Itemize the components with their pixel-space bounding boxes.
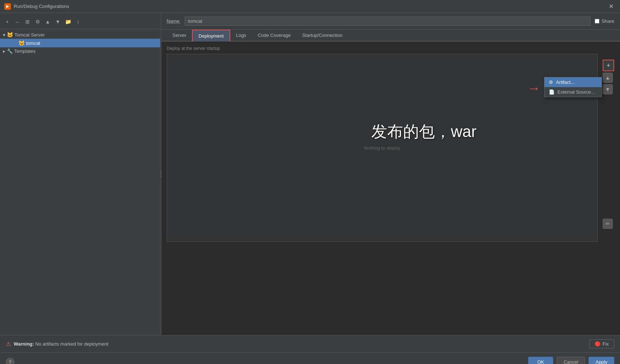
resize-dot <box>161 176 162 177</box>
share-checkbox[interactable] <box>595 19 599 23</box>
tomcat-item-icon: 🐱 <box>18 40 25 46</box>
app-icon: ▶ <box>4 3 11 10</box>
resize-dot <box>161 174 162 175</box>
share-row: Share <box>595 18 614 24</box>
copy-config-button[interactable]: ⊞ <box>23 17 32 26</box>
scroll-up-button[interactable]: ▲ <box>603 73 613 83</box>
tab-deployment[interactable]: Deployment <box>192 30 230 42</box>
tomcat-server-label: Tomcat Server <box>14 32 45 38</box>
warning-icon: ⚠ <box>6 341 11 347</box>
resize-handle[interactable] <box>160 13 162 335</box>
sidebar: + – ⊞ ⚙ ▲ ▼ 📁 ↕ ▾ 🐱 Tomcat Server 🐱 tomc… <box>0 13 161 335</box>
external-source-icon: 📄 <box>549 89 555 95</box>
move-up-button[interactable]: ▲ <box>43 17 52 26</box>
fix-label: Fix <box>603 341 609 347</box>
remove-config-button[interactable]: – <box>13 17 22 26</box>
edit-artifact-button[interactable]: ✏ <box>603 219 613 229</box>
sidebar-toolbar: + – ⊞ ⚙ ▲ ▼ 📁 ↕ <box>0 16 161 29</box>
sort-button[interactable]: ↕ <box>74 17 82 26</box>
tab-logs[interactable]: Logs <box>230 30 252 41</box>
sidebar-item-tomcat[interactable]: 🐱 tomcat <box>0 39 161 47</box>
dropdown-menu: ⚙ Artifact... 📄 External Source... <box>544 77 602 97</box>
tomcat-server-icon: 🐱 <box>7 32 13 38</box>
help-button[interactable]: ? <box>6 358 14 364</box>
warning-bold: Warning: <box>14 341 34 347</box>
chevron-right-icon: ▸ <box>3 48 5 54</box>
folder-button[interactable]: 📁 <box>64 17 72 26</box>
chevron-down-icon: ▾ <box>3 32 5 38</box>
dropdown-item-artifact[interactable]: ⚙ Artifact... <box>544 77 602 87</box>
name-label: Name: <box>167 18 180 24</box>
resize-dot <box>161 171 162 172</box>
main-container: + – ⊞ ⚙ ▲ ▼ 📁 ↕ ▾ 🐱 Tomcat Server 🐱 tomc… <box>0 13 620 335</box>
warning-bar: ⚠ Warning: No artifacts marked for deplo… <box>0 335 620 352</box>
templates-label: Templates <box>14 48 35 54</box>
title-bar-left: ▶ Run/Debug Configurations <box>4 3 69 10</box>
warning-text: Warning: No artifacts marked for deploym… <box>14 341 108 347</box>
title-text: Run/Debug Configurations <box>14 4 69 9</box>
sidebar-group-tomcat-server[interactable]: ▾ 🐱 Tomcat Server <box>0 31 161 39</box>
name-input[interactable] <box>185 17 590 26</box>
artifact-icon: ⚙ <box>549 80 553 85</box>
ok-button[interactable]: OK <box>528 357 553 364</box>
sidebar-group-templates[interactable]: ▸ 🔧 Templates <box>0 47 161 55</box>
add-config-button[interactable]: + <box>3 17 12 26</box>
nothing-to-deploy-text: Nothing to deploy <box>364 145 400 151</box>
fix-icon: 🔴 <box>595 341 600 347</box>
deploy-controls: + ▲ ▼ ✏ <box>603 60 614 229</box>
templates-icon: 🔧 <box>7 48 13 54</box>
add-artifact-button[interactable]: + <box>603 60 613 70</box>
apply-button[interactable]: Apply <box>589 357 614 364</box>
warning-left: ⚠ Warning: No artifacts marked for deplo… <box>6 341 108 347</box>
content-area: Name: Share Server Deployment Logs Code … <box>161 13 620 335</box>
deployment-area: Deploy at the server startup Nothing to … <box>161 42 620 335</box>
title-bar: ▶ Run/Debug Configurations ✕ <box>0 0 620 13</box>
warning-message: No artifacts marked for deployment <box>34 341 108 347</box>
settings-button[interactable]: ⚙ <box>33 17 42 26</box>
artifact-label: Artifact... <box>556 80 574 85</box>
close-button[interactable]: ✕ <box>607 2 616 10</box>
move-down-button[interactable]: ▼ <box>54 17 62 26</box>
name-row: Name: Share <box>161 13 620 30</box>
action-buttons-row: ? OK Cancel Apply <box>0 352 620 364</box>
tabs-bar: Server Deployment Logs Code Coverage Sta… <box>161 30 620 42</box>
scroll-down-button[interactable]: ▼ <box>603 84 613 94</box>
tab-server[interactable]: Server <box>167 30 192 41</box>
tab-code-coverage[interactable]: Code Coverage <box>252 30 296 41</box>
sidebar-tree: ▾ 🐱 Tomcat Server 🐱 tomcat ▸ 🔧 Templates <box>0 29 161 56</box>
share-label: Share <box>602 18 614 24</box>
cancel-button[interactable]: Cancel <box>557 357 585 364</box>
fix-button[interactable]: 🔴 Fix <box>589 339 614 348</box>
tab-startup-connection[interactable]: Startup/Connection <box>296 30 348 41</box>
add-artifact-highlight-box: + <box>603 60 614 71</box>
external-source-label: External Source... <box>557 89 595 95</box>
tomcat-item-label: tomcat <box>26 40 40 46</box>
deploy-list: Nothing to deploy <box>167 54 598 242</box>
dropdown-item-external-source[interactable]: 📄 External Source... <box>544 87 602 97</box>
deploy-section-label: Deploy at the server startup <box>167 46 614 51</box>
